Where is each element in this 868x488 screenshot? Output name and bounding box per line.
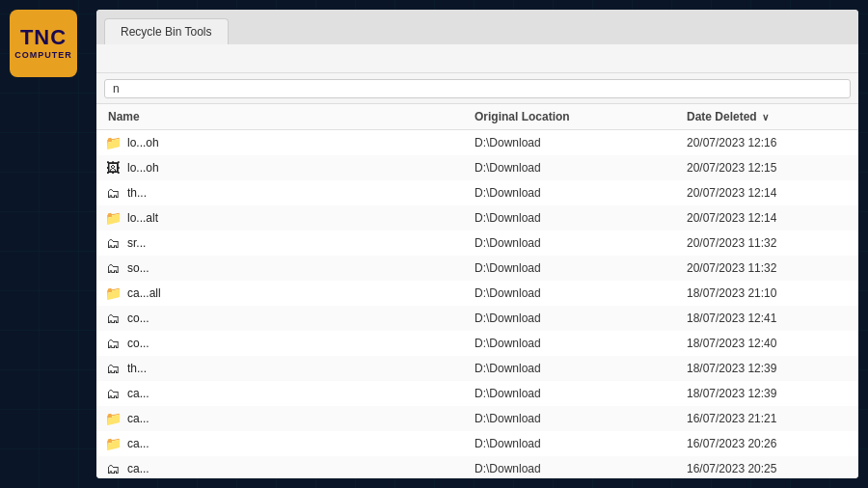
- file-name-cell: 📁lo...alt: [104, 209, 471, 227]
- table-row[interactable]: 🗂th...D:\Download20/07/2023 12:14: [96, 180, 858, 205]
- table-row[interactable]: 📁lo...altD:\Download20/07/2023 12:14: [96, 205, 858, 230]
- file-date-cell: 20/07/2023 12:15: [683, 161, 851, 175]
- file-location-cell: D:\Download: [471, 462, 683, 475]
- file-location-cell: D:\Download: [471, 261, 683, 275]
- file-name-cell: 🗂co...: [104, 310, 471, 327]
- file-name-cell: 📁lo...oh: [104, 134, 471, 151]
- table-row[interactable]: 🗂ca...D:\Download16/07/2023 20:25: [96, 456, 858, 478]
- file-list-container[interactable]: Name Original Location Date Deleted ∨ 📁l…: [96, 104, 858, 478]
- grid-icon: 🗂: [104, 460, 122, 477]
- folder-icon: 📁: [104, 209, 122, 227]
- file-name-cell: 📁ca...: [104, 435, 471, 452]
- file-date-cell: 18/07/2023 12:39: [683, 387, 851, 400]
- date-column-header[interactable]: Date Deleted ∨: [683, 108, 851, 125]
- file-date-cell: 18/07/2023 12:39: [683, 362, 851, 375]
- file-name-text: ca...: [127, 412, 149, 425]
- file-date-cell: 18/07/2023 12:40: [683, 337, 851, 350]
- table-row[interactable]: 🗂so...D:\Download20/07/2023 11:32: [96, 256, 858, 281]
- table-row[interactable]: 🗂th...D:\Download18/07/2023 12:39: [96, 356, 858, 381]
- file-location-cell: D:\Download: [471, 412, 683, 425]
- file-location-cell: D:\Download: [471, 136, 683, 149]
- file-name-text: th...: [127, 362, 147, 375]
- file-name-cell: 🗂th...: [104, 184, 471, 202]
- table-row[interactable]: 📁ca...D:\Download16/07/2023 21:21: [96, 406, 858, 431]
- table-row[interactable]: 🗂co...D:\Download18/07/2023 12:40: [96, 331, 858, 356]
- file-name-cell: 🗂ca...: [104, 385, 471, 402]
- file-location-cell: D:\Download: [471, 337, 683, 350]
- file-location-cell: D:\Download: [471, 387, 683, 400]
- sort-icon: ∨: [762, 112, 769, 122]
- file-name-text: co...: [127, 312, 149, 325]
- table-row[interactable]: 🗂ca...D:\Download18/07/2023 12:39: [96, 381, 858, 406]
- folder-icon: 📁: [104, 285, 122, 302]
- table-row[interactable]: 📁ca...D:\Download16/07/2023 20:26: [96, 431, 858, 456]
- file-date-cell: 20/07/2023 12:14: [683, 211, 851, 225]
- file-location-cell: D:\Download: [471, 362, 683, 375]
- file-name-text: co...: [127, 337, 149, 350]
- file-date-cell: 18/07/2023 21:10: [683, 286, 851, 300]
- file-name-cell: 📁ca...: [104, 410, 471, 427]
- file-name-text: lo...alt: [127, 211, 158, 225]
- file-name-cell: 🗂co...: [104, 335, 471, 352]
- toolbar-area: [96, 44, 858, 73]
- grid-icon: 🗂: [104, 335, 122, 352]
- table-row[interactable]: 🗂co...D:\Download18/07/2023 12:41: [96, 306, 858, 331]
- image-icon: 🖼: [104, 159, 122, 176]
- address-input[interactable]: n: [104, 79, 851, 98]
- column-headers: Name Original Location Date Deleted ∨: [96, 104, 858, 130]
- tab-bar: Recycle Bin Tools: [96, 10, 858, 44]
- table-row[interactable]: 📁lo...ohD:\Download20/07/2023 12:16: [96, 130, 858, 155]
- address-bar: n: [96, 73, 858, 104]
- file-date-cell: 20/07/2023 12:14: [683, 186, 851, 200]
- grid-icon: 🗂: [104, 234, 122, 252]
- table-row[interactable]: 🗂sr...D:\Download20/07/2023 11:32: [96, 230, 858, 256]
- table-row[interactable]: 📁ca...allD:\Download18/07/2023 21:10: [96, 281, 858, 306]
- folder-icon: 📁: [104, 410, 122, 427]
- file-name-text: lo...oh: [127, 136, 159, 149]
- folder-icon: 📁: [104, 435, 122, 452]
- computer-text: COMPUTER: [14, 50, 72, 60]
- file-name-text: ca...: [127, 437, 149, 450]
- file-name-text: th...: [127, 186, 147, 200]
- tnc-logo: TNC COMPUTER: [10, 10, 77, 77]
- file-location-cell: D:\Download: [471, 286, 683, 300]
- file-name-cell: 🖼lo...oh: [104, 159, 471, 176]
- file-location-cell: D:\Download: [471, 186, 683, 200]
- main-window: Recycle Bin Tools n Name Original Locati…: [96, 10, 858, 478]
- file-date-cell: 16/07/2023 20:26: [683, 437, 851, 450]
- tnc-text: TNC: [20, 27, 67, 48]
- file-location-cell: D:\Download: [471, 161, 683, 175]
- file-location-cell: D:\Download: [471, 437, 683, 450]
- file-location-cell: D:\Download: [471, 236, 683, 250]
- grid-icon: 🗂: [104, 360, 122, 377]
- name-column-header[interactable]: Name: [104, 108, 471, 125]
- file-date-cell: 16/07/2023 20:25: [683, 462, 851, 475]
- grid-icon: 🗂: [104, 310, 122, 327]
- table-row[interactable]: 🖼lo...ohD:\Download20/07/2023 12:15: [96, 155, 858, 180]
- file-date-cell: 20/07/2023 11:32: [683, 236, 851, 250]
- file-name-cell: 🗂so...: [104, 259, 471, 277]
- grid-icon: 🗂: [104, 385, 122, 402]
- file-location-cell: D:\Download: [471, 211, 683, 225]
- file-name-cell: 📁ca...all: [104, 285, 471, 302]
- file-name-cell: 🗂sr...: [104, 234, 471, 252]
- file-name-text: ca...all: [127, 286, 161, 300]
- file-date-cell: 18/07/2023 12:41: [683, 312, 851, 325]
- file-name-cell: 🗂ca...: [104, 460, 471, 477]
- file-name-text: ca...: [127, 462, 149, 475]
- file-name-text: lo...oh: [127, 161, 159, 175]
- folder-icon: 📁: [104, 134, 122, 151]
- file-location-cell: D:\Download: [471, 312, 683, 325]
- file-name-text: sr...: [127, 236, 146, 250]
- file-name-cell: 🗂th...: [104, 360, 471, 377]
- file-date-cell: 16/07/2023 21:21: [683, 412, 851, 425]
- file-date-cell: 20/07/2023 11:32: [683, 261, 851, 275]
- grid-icon: 🗂: [104, 259, 122, 277]
- file-name-text: ca...: [127, 387, 149, 400]
- file-date-cell: 20/07/2023 12:16: [683, 136, 851, 149]
- file-name-text: so...: [127, 261, 149, 275]
- grid-icon: 🗂: [104, 184, 122, 202]
- file-rows-container: 📁lo...ohD:\Download20/07/2023 12:16🖼lo..…: [96, 130, 858, 478]
- recycle-bin-tools-tab[interactable]: Recycle Bin Tools: [104, 18, 229, 44]
- location-column-header: Original Location: [471, 108, 683, 125]
